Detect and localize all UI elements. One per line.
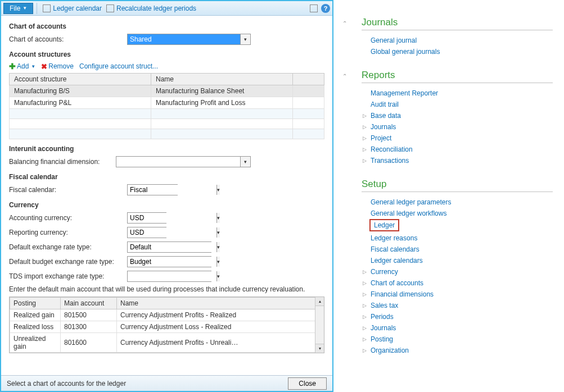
- nav-item[interactable]: Fiscal calendars: [362, 244, 553, 255]
- configure-button[interactable]: Configure account struct...: [79, 62, 158, 70]
- ledger-calendar-button[interactable]: Ledger calendar: [40, 3, 104, 13]
- nav-item[interactable]: Ledger calendars: [362, 255, 553, 266]
- nav-item-expandable[interactable]: Chart of accounts: [362, 277, 553, 289]
- collapse-icon[interactable]: ⌃: [342, 20, 347, 26]
- default-exchange-input[interactable]: [128, 242, 216, 252]
- dropdown-arrow-icon[interactable]: ▾: [216, 271, 220, 281]
- nav-item[interactable]: Global general journals: [362, 46, 553, 57]
- balancing-dim-label: Balancing financial dimension:: [9, 158, 116, 166]
- table-row-empty: [10, 119, 324, 129]
- reporting-currency-combo[interactable]: ▾: [127, 227, 166, 238]
- dropdown-arrow-icon[interactable]: ▾: [240, 157, 250, 167]
- nav-header-journals[interactable]: Journals: [362, 17, 553, 30]
- form-content: Chart of accounts Chart of accounts: ▾ A…: [1, 16, 332, 375]
- table-row[interactable]: Manufacturing P&L Manufacturing Profit a…: [10, 97, 324, 109]
- collapse-icon[interactable]: ⌃: [342, 73, 347, 79]
- nav-item-expandable[interactable]: Transactions: [362, 155, 553, 166]
- dropdown-arrow-icon: ▼: [31, 64, 35, 69]
- balancing-dim-input[interactable]: [116, 157, 240, 167]
- nav-item-expandable[interactable]: Base data: [362, 110, 553, 121]
- nav-item[interactable]: General journal: [362, 35, 553, 46]
- col-name[interactable]: Name: [151, 74, 293, 85]
- col-posting[interactable]: Posting: [10, 298, 61, 309]
- nav-item-expandable[interactable]: Financial dimensions: [362, 289, 553, 300]
- file-label: File: [10, 4, 20, 12]
- nav-item-expandable[interactable]: Periods: [362, 311, 553, 322]
- plus-icon: ✚: [9, 62, 16, 71]
- default-exchange-combo[interactable]: ▾: [127, 241, 211, 253]
- table-row[interactable]: Unrealized gain 801600 Currency Adjustme…: [10, 333, 324, 353]
- add-label: Add: [17, 62, 29, 70]
- nav-item-expandable[interactable]: Reconciliation: [362, 144, 553, 155]
- default-budget-input[interactable]: [128, 257, 216, 267]
- fiscal-calendar-input[interactable]: [128, 185, 216, 195]
- nav-item[interactable]: General ledger parameters: [362, 197, 553, 208]
- dropdown-arrow-icon[interactable]: ▾: [216, 185, 220, 195]
- accounting-currency-input[interactable]: [128, 213, 216, 223]
- reporting-currency-label: Reporting currency:: [9, 229, 127, 236]
- dropdown-arrow-icon: ▼: [22, 6, 27, 11]
- table-row[interactable]: Realized loss 801300 Currency Adjustment…: [10, 321, 324, 333]
- dropdown-arrow-icon[interactable]: ▾: [216, 213, 220, 223]
- nav-item-expandable[interactable]: Project: [362, 133, 553, 144]
- recalculate-label: Recalculate ledger periods: [116, 4, 196, 12]
- tds-import-label: TDS import exchange rate type:: [9, 272, 127, 280]
- section-fiscal: Fiscal calendar: [9, 173, 324, 181]
- table-row[interactable]: Manufacturing B/S Manufacturing Balance …: [10, 85, 324, 97]
- balancing-dim-combo[interactable]: ▾: [116, 156, 251, 167]
- nav-item[interactable]: Ledger reasons: [362, 233, 553, 244]
- dropdown-arrow-icon[interactable]: ▾: [216, 257, 220, 267]
- nav-item-ledger-highlighted[interactable]: Ledger: [369, 219, 399, 231]
- close-button[interactable]: Close: [288, 377, 327, 390]
- table-row[interactable]: Realized gain 801500 Currency Adjustment…: [10, 309, 324, 321]
- section-account-structures: Account structures: [9, 51, 324, 58]
- reporting-currency-input[interactable]: [128, 227, 216, 238]
- add-button[interactable]: ✚ Add ▼: [9, 62, 35, 71]
- nav-section-journals: ⌃ Journals General journal Global genera…: [362, 17, 553, 57]
- file-menu[interactable]: File ▼: [3, 3, 33, 14]
- remove-button[interactable]: ✖ Remove: [41, 62, 74, 71]
- nav-item-expandable[interactable]: Organization: [362, 345, 553, 356]
- nav-header-setup[interactable]: Setup: [362, 179, 553, 192]
- nav-header-reports[interactable]: Reports: [362, 70, 553, 83]
- currency-helper-text: Enter the default main account that will…: [9, 285, 324, 293]
- dropdown-arrow-icon[interactable]: ▾: [240, 34, 250, 44]
- default-budget-combo[interactable]: ▾: [127, 256, 211, 267]
- help-icon[interactable]: ?: [321, 4, 330, 13]
- chart-of-accounts-label: Chart of accounts:: [9, 35, 127, 43]
- separator: [37, 3, 37, 14]
- nav-item-expandable[interactable]: Currency: [362, 266, 553, 277]
- nav-item-expandable[interactable]: Sales tax: [362, 300, 553, 311]
- table-row-empty: [10, 109, 324, 119]
- nav-item[interactable]: General ledger workflows: [362, 208, 553, 219]
- recalculate-button[interactable]: Recalculate ledger periods: [104, 3, 198, 13]
- col-account-structure[interactable]: Account structure: [10, 74, 151, 85]
- col-main-account[interactable]: Main account: [61, 298, 117, 309]
- dropdown-arrow-icon[interactable]: ▾: [216, 242, 220, 252]
- col-name[interactable]: Name: [117, 298, 324, 309]
- col-empty: [293, 74, 324, 85]
- scroll-up-icon[interactable]: ▴: [315, 297, 324, 306]
- section-chart-of-accounts: Chart of accounts: [9, 22, 324, 30]
- nav-item[interactable]: Management Reporter: [362, 88, 553, 99]
- accounting-currency-combo[interactable]: ▾: [127, 212, 166, 224]
- navigation-pane: ⌃ Journals General journal Global genera…: [333, 0, 564, 392]
- table-row-empty: [10, 129, 324, 139]
- account-structures-grid[interactable]: Account structure Name Manufacturing B/S…: [9, 73, 324, 139]
- nav-item-expandable[interactable]: Journals: [362, 121, 553, 133]
- dropdown-arrow-icon[interactable]: ▾: [216, 227, 220, 238]
- nav-item-expandable[interactable]: Posting: [362, 334, 553, 345]
- scroll-down-icon[interactable]: ▾: [315, 344, 324, 353]
- nav-item[interactable]: Audit trail: [362, 99, 553, 110]
- scrollbar[interactable]: ▴ ▾: [315, 297, 324, 353]
- nav-section-reports: ⌃ Reports Management Reporter Audit trai…: [362, 70, 553, 166]
- nav-item-expandable[interactable]: Journals: [362, 322, 553, 334]
- window-icon[interactable]: [310, 4, 318, 12]
- grid-icon: [106, 4, 114, 12]
- tds-import-input[interactable]: [128, 271, 216, 281]
- fiscal-calendar-combo[interactable]: ▾: [127, 184, 178, 195]
- chart-of-accounts-input[interactable]: [128, 34, 240, 44]
- chart-of-accounts-combo[interactable]: ▾: [127, 34, 251, 45]
- tds-import-combo[interactable]: ▾: [127, 271, 211, 282]
- posting-grid[interactable]: Posting Main account Name Realized gain …: [9, 297, 324, 353]
